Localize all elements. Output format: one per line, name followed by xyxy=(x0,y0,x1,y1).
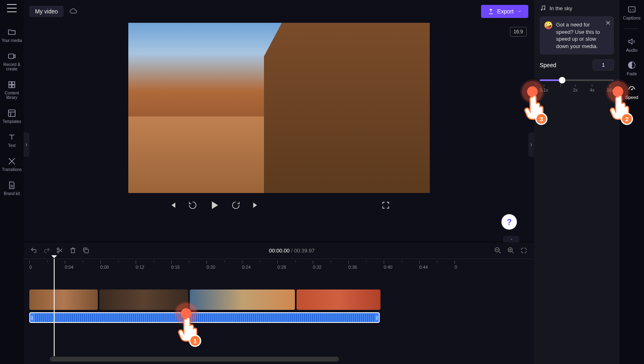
main-area: My video Export › › 16:9 ? ⌄ xyxy=(24,0,534,364)
nav-content-library[interactable]: Content library xyxy=(0,79,24,101)
chevron-down-icon xyxy=(517,9,522,14)
panel-expand-right[interactable]: › xyxy=(528,132,534,157)
nav-text[interactable]: Text xyxy=(7,132,17,149)
timeline-toolbar: 00:00.00 / 00:39.97 xyxy=(24,242,534,259)
timeline-scrollbar[interactable] xyxy=(50,357,339,362)
ruler-tick: 0 xyxy=(455,261,457,270)
svg-rect-5 xyxy=(9,110,15,117)
clip-trim-handle-left[interactable]: || xyxy=(30,313,34,322)
topbar: My video Export xyxy=(24,0,534,23)
ruler-tick: 0:08 xyxy=(100,261,109,270)
undo-icon[interactable] xyxy=(30,247,37,254)
video-preview[interactable] xyxy=(128,23,430,193)
left-nav: Your media Record & create Content libra… xyxy=(0,0,24,364)
templates-icon xyxy=(7,109,16,118)
fade-icon xyxy=(627,61,636,70)
nav-transitions[interactable]: Transitions xyxy=(1,156,23,173)
zoom-in-icon[interactable] xyxy=(507,247,514,254)
ruler-tick: 0:36 xyxy=(348,261,357,270)
timeline-ruler[interactable]: 00:040:080:120:160:200:240:280:320:360:4… xyxy=(24,259,534,269)
ruler-tick: 0:20 xyxy=(207,261,215,270)
player-controls xyxy=(168,200,390,211)
music-note-icon xyxy=(540,5,546,11)
ruler-tick: 0:16 xyxy=(171,261,180,270)
timeline-panel: ⌄ 00:00.00 / 00:39.97 00:040:080:120:160… xyxy=(24,242,534,364)
speed-label: Speed xyxy=(540,62,556,68)
close-icon[interactable]: ✕ xyxy=(605,19,611,28)
selected-clip-name: In the sky xyxy=(540,5,614,11)
svg-point-15 xyxy=(631,89,632,90)
current-time: 00:00.00 xyxy=(269,248,290,254)
audio-clip[interactable]: || || xyxy=(29,312,380,323)
nav-label: Transitions xyxy=(2,167,22,172)
panel-expand-left[interactable]: › xyxy=(24,132,29,157)
rewind-icon[interactable] xyxy=(188,201,197,210)
rail-audio[interactable]: Audio xyxy=(626,37,637,53)
help-button[interactable]: ? xyxy=(501,214,517,230)
fullscreen-icon[interactable] xyxy=(381,201,390,210)
clip-trim-handle-right[interactable]: || xyxy=(375,313,379,322)
svg-rect-8 xyxy=(85,249,88,253)
video-clip[interactable] xyxy=(190,289,295,310)
export-button[interactable]: Export xyxy=(481,5,528,18)
folder-icon xyxy=(7,28,16,37)
speed-row: Speed xyxy=(540,59,614,70)
nav-label: Text xyxy=(8,143,15,148)
video-track xyxy=(29,289,530,310)
rail-captions[interactable]: Captions xyxy=(623,5,640,20)
skip-forward-icon[interactable] xyxy=(252,201,261,210)
transitions-icon xyxy=(7,157,16,166)
redo-icon[interactable] xyxy=(43,247,51,254)
nav-label: Templates xyxy=(2,119,21,124)
timeline-tracks: || || xyxy=(24,269,534,327)
properties-panel: In the sky 🤪 ✕ Got a need for speed? Use… xyxy=(534,0,620,364)
nav-record-create[interactable]: Record & create xyxy=(0,51,24,72)
nav-brand-kit[interactable]: Brand kit xyxy=(3,180,20,197)
cloud-sync-icon[interactable] xyxy=(69,7,77,15)
captions-icon xyxy=(627,5,636,14)
svg-rect-13 xyxy=(629,7,635,12)
slider-fill xyxy=(540,79,560,81)
svg-point-12 xyxy=(544,9,545,10)
video-clip[interactable] xyxy=(99,289,188,310)
ruler-tick: 0:24 xyxy=(242,261,251,270)
svg-point-6 xyxy=(57,248,59,250)
rail-fade[interactable]: Fade xyxy=(626,61,637,76)
nav-templates[interactable]: Templates xyxy=(2,108,22,125)
ruler-tick: 0:12 xyxy=(136,261,144,270)
duplicate-icon[interactable] xyxy=(82,247,90,254)
right-rail: Captions Audio Fade Speed xyxy=(620,0,644,364)
svg-rect-1 xyxy=(9,82,11,84)
speedometer-icon xyxy=(627,84,636,93)
rail-speed[interactable]: Speed xyxy=(625,84,638,100)
zoom-fit-icon[interactable] xyxy=(520,247,528,254)
video-clip[interactable] xyxy=(29,289,98,310)
nav-label: Brand kit xyxy=(4,191,20,196)
ruler-tick: 0:04 xyxy=(65,261,73,270)
preview-area: › › 16:9 ? xyxy=(24,23,534,242)
trash-icon[interactable] xyxy=(69,247,77,254)
speed-input[interactable] xyxy=(593,59,614,70)
slider-thumb[interactable] xyxy=(559,77,565,83)
svg-point-7 xyxy=(57,251,59,253)
library-icon xyxy=(7,80,16,89)
emoji-icon: 🤪 xyxy=(544,20,553,30)
timeline-collapse[interactable]: ⌄ xyxy=(503,236,519,242)
forward-icon[interactable] xyxy=(231,201,240,210)
project-title[interactable]: My video xyxy=(29,6,64,17)
scissors-icon[interactable] xyxy=(56,247,64,254)
menu-icon[interactable] xyxy=(7,4,17,12)
play-icon[interactable] xyxy=(209,200,220,211)
export-label: Export xyxy=(497,8,514,15)
skip-back-icon[interactable] xyxy=(168,201,177,210)
svg-point-11 xyxy=(541,9,542,11)
brandkit-icon xyxy=(7,181,16,190)
zoom-out-icon[interactable] xyxy=(494,247,501,254)
speed-slider[interactable]: 0.1x 2x 4x 16x xyxy=(540,75,614,100)
aspect-ratio-button[interactable]: 16:9 xyxy=(510,27,527,37)
playhead[interactable] xyxy=(54,259,55,356)
slider-ticks: 0.1x 2x 4x 16x xyxy=(540,84,614,92)
video-clip[interactable] xyxy=(297,289,380,310)
svg-rect-0 xyxy=(9,54,14,59)
nav-your-media[interactable]: Your media xyxy=(1,27,23,44)
